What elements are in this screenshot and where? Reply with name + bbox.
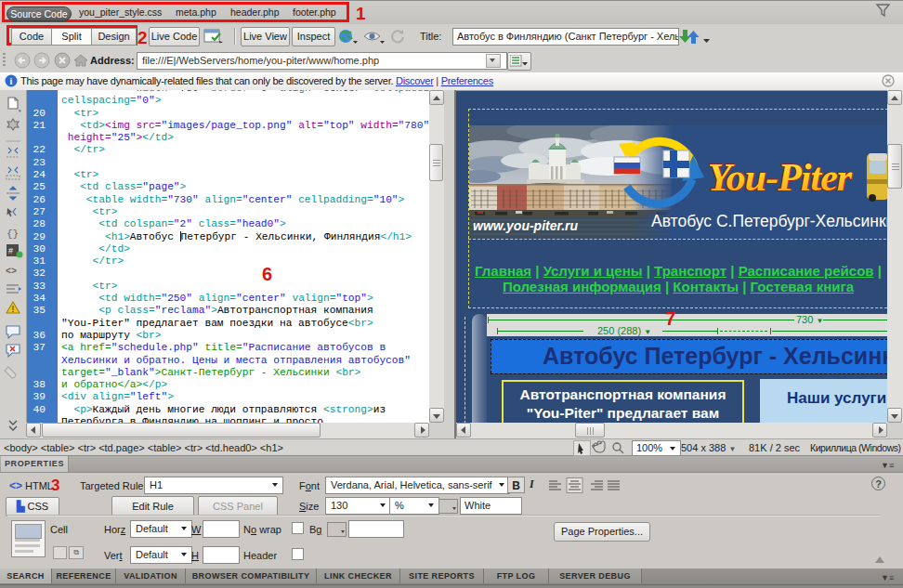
svg-text:www.you-piter.ru: www.you-piter.ru: [473, 218, 578, 233]
svg-text:<>: <>: [6, 267, 17, 277]
svg-text:i: i: [10, 76, 13, 86]
svg-text:#: #: [8, 246, 13, 255]
svg-text:You-Piter: You-Piter: [708, 156, 853, 199]
svg-text:Автобус С.Петербург-Хельсинки: Автобус С.Петербург-Хельсинки: [651, 212, 887, 230]
svg-text:{}: {}: [7, 229, 19, 240]
